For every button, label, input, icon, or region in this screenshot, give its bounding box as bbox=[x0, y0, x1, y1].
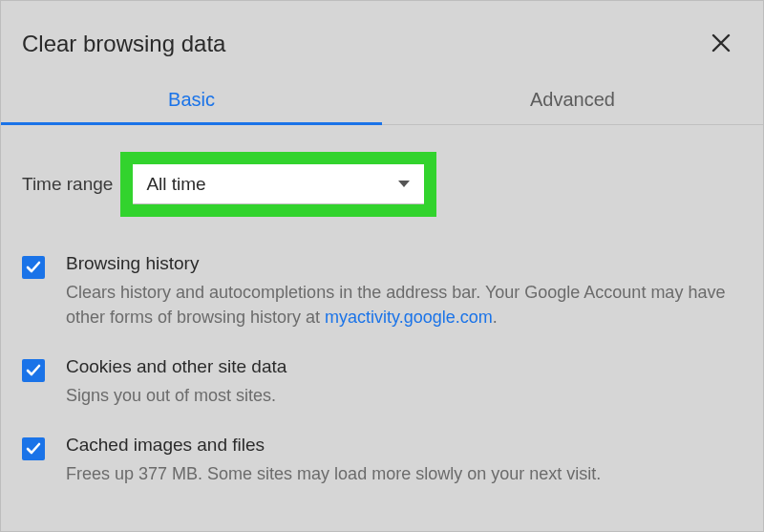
dialog-title: Clear browsing data bbox=[22, 31, 225, 57]
checkbox-cookies[interactable] bbox=[22, 359, 45, 382]
close-button[interactable] bbox=[708, 28, 734, 60]
checkmark-icon bbox=[26, 441, 41, 457]
checkbox-cached[interactable] bbox=[22, 437, 45, 460]
close-icon bbox=[711, 33, 731, 53]
option-title-cached: Cached images and files bbox=[66, 435, 738, 456]
option-desc-post: . bbox=[493, 308, 498, 327]
chevron-down-icon bbox=[397, 180, 411, 189]
time-range-value: All time bbox=[146, 174, 205, 195]
time-range-dropdown[interactable]: All time bbox=[133, 164, 424, 204]
tab-bar: Basic Advanced bbox=[1, 75, 763, 125]
myactivity-link[interactable]: myactivity.google.com bbox=[325, 308, 493, 327]
option-desc-cookies: Signs you out of most sites. bbox=[66, 383, 738, 408]
checkmark-icon bbox=[26, 363, 41, 378]
option-title-browsing-history: Browsing history bbox=[66, 253, 738, 274]
checkbox-browsing-history[interactable] bbox=[22, 256, 45, 279]
option-desc-cached: Frees up 377 MB. Some sites may load mor… bbox=[66, 461, 738, 486]
tab-basic[interactable]: Basic bbox=[1, 75, 382, 124]
option-desc-browsing-history: Clears history and autocompletions in th… bbox=[66, 280, 738, 330]
option-title-cookies: Cookies and other site data bbox=[66, 356, 738, 377]
tab-advanced[interactable]: Advanced bbox=[382, 75, 763, 124]
checkmark-icon bbox=[26, 260, 41, 275]
time-range-label: Time range bbox=[22, 174, 113, 195]
time-range-highlight: All time bbox=[120, 152, 436, 217]
